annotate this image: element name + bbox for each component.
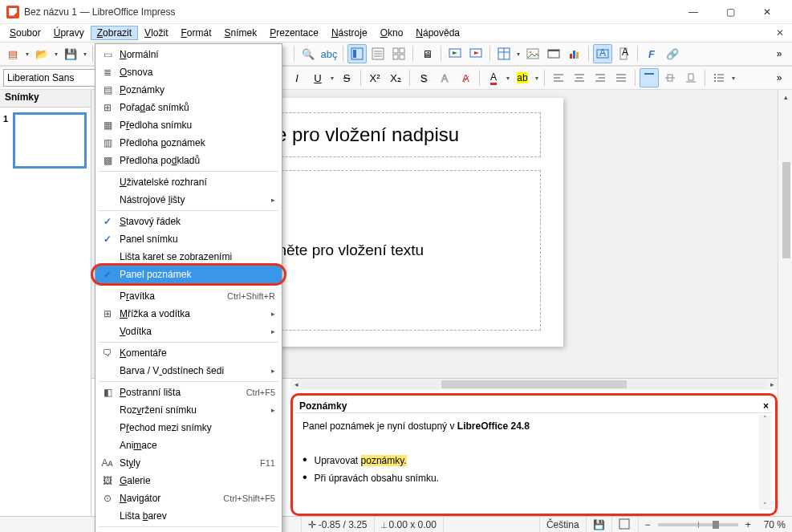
menu-prezentace[interactable]: Prezentace: [263, 26, 325, 40]
scroll-right-icon[interactable]: ▸: [766, 380, 778, 388]
menu-item[interactable]: Vodítka▸: [95, 323, 282, 340]
menu-item[interactable]: Lišta barev: [95, 507, 282, 525]
valign-top-button[interactable]: [640, 68, 659, 87]
open-button[interactable]: 📂: [32, 44, 51, 63]
align-right-button[interactable]: [591, 68, 610, 87]
menu-item[interactable]: Přechod mezi snímky: [95, 419, 282, 437]
horizontal-scrollbar[interactable]: ◂ ▸: [290, 379, 778, 390]
insert-image-button[interactable]: [523, 44, 542, 63]
menu-item[interactable]: ⊞Mřížka a vodítka▸: [95, 305, 282, 323]
notes-close-button[interactable]: ×: [763, 400, 769, 412]
menu-item[interactable]: ✥Posun: [95, 529, 282, 532]
insert-hyperlink-button[interactable]: 🔗: [663, 44, 682, 63]
valign-bot-button[interactable]: [681, 68, 701, 87]
save-button[interactable]: 💾: [61, 44, 80, 63]
new-dropdown[interactable]: ▾: [24, 51, 30, 58]
scroll-down-icon[interactable]: ˅: [763, 502, 767, 510]
menu-zobrazit[interactable]: Zobrazit: [91, 26, 138, 40]
zoom-slider[interactable]: [658, 523, 738, 526]
minimize-button[interactable]: —: [675, 0, 712, 24]
italic-button[interactable]: I: [287, 68, 307, 87]
menu-item[interactable]: 🖼Galerie: [95, 472, 282, 489]
notes-scrollbar[interactable]: ˄ ˅: [759, 415, 771, 510]
align-left-button[interactable]: [549, 68, 568, 87]
close-button[interactable]: ✕: [749, 0, 786, 24]
document-close-button[interactable]: ✕: [771, 27, 789, 39]
toolbar-overflow[interactable]: »: [770, 44, 789, 63]
maximize-button[interactable]: ▢: [712, 0, 749, 24]
align-center-button[interactable]: [570, 68, 589, 87]
menu-item[interactable]: ⊞Pořadač snímků: [95, 99, 282, 116]
menu-snimek[interactable]: Snímek: [218, 26, 264, 40]
shadow-button[interactable]: S: [414, 68, 433, 87]
menu-vlozit[interactable]: Vložit: [138, 26, 174, 40]
menu-item[interactable]: AᴀStylyF11: [95, 454, 282, 472]
insert-textbox-button[interactable]: A: [593, 44, 612, 63]
menu-item[interactable]: ▥Předloha poznámek: [95, 134, 282, 152]
toolbar2-overflow[interactable]: »: [770, 68, 789, 87]
superscript-button[interactable]: X²: [365, 68, 384, 87]
view-normal-button[interactable]: [347, 44, 367, 63]
menu-format[interactable]: Formát: [174, 26, 217, 40]
menu-item[interactable]: ◧Postranní lištaCtrl+F5: [95, 384, 282, 401]
insert-av-button[interactable]: [544, 44, 563, 63]
menu-item[interactable]: PravítkaCtrl+Shift+R: [95, 287, 282, 305]
menu-item[interactable]: Barva / V odstínech šedi▸: [95, 362, 282, 380]
menu-item[interactable]: Lišta karet se zobrazeními: [95, 248, 282, 266]
insert-chart-button[interactable]: [565, 44, 584, 63]
menu-item[interactable]: Uživatelské rozhraní: [95, 173, 282, 191]
zoom-in-button[interactable]: +: [745, 519, 751, 530]
menu-item[interactable]: ▭Normální: [95, 46, 282, 63]
scroll-left-icon[interactable]: ◂: [290, 380, 302, 388]
status-zoom-value[interactable]: 70 %: [757, 517, 792, 532]
font-color-button[interactable]: A: [484, 68, 503, 87]
strike-button[interactable]: S: [337, 68, 356, 87]
find-button[interactable]: 🔍: [299, 44, 318, 63]
view-outline-button[interactable]: [368, 44, 388, 63]
scroll-up-icon[interactable]: ▴: [778, 90, 792, 104]
vertical-scrollbar[interactable]: ▴: [778, 90, 792, 516]
menu-item[interactable]: Panel snímku: [95, 230, 282, 248]
new-button[interactable]: ▤: [3, 44, 22, 63]
highlight-button[interactable]: ab: [513, 68, 532, 87]
menu-item[interactable]: Rozvržení snímku▸: [95, 401, 282, 419]
insert-vtext-button[interactable]: A: [614, 44, 633, 63]
menu-item[interactable]: ▤Poznámky: [95, 81, 282, 99]
menu-item[interactable]: Stavový řádek: [95, 213, 282, 230]
display-views-button[interactable]: 🖥: [417, 44, 437, 63]
menu-item[interactable]: ⊙NavigátorCtrl+Shift+F5: [95, 489, 282, 507]
status-language[interactable]: Čeština: [540, 517, 587, 532]
subscript-button[interactable]: X₂: [386, 68, 405, 87]
start-first-button[interactable]: [445, 44, 465, 63]
insert-fontwork-button[interactable]: F: [642, 44, 661, 63]
scroll-up-icon[interactable]: ˄: [763, 415, 767, 423]
menu-item[interactable]: ≣Osnova: [95, 63, 282, 81]
menu-item[interactable]: ▦Předloha snímku: [95, 116, 282, 134]
notes-body[interactable]: Panel poznámek je nyní dostupný v LibreO…: [296, 413, 772, 489]
bullets-button[interactable]: [709, 68, 729, 87]
contour-button[interactable]: A: [435, 68, 454, 87]
vscroll-thumb[interactable]: [782, 162, 790, 258]
align-justify-button[interactable]: [611, 68, 631, 87]
start-current-button[interactable]: [466, 44, 485, 63]
zoom-out-button[interactable]: −: [645, 519, 651, 530]
status-zoom-fit[interactable]: [612, 517, 639, 532]
menu-item[interactable]: ▩Předloha podkladů: [95, 152, 282, 169]
open-dropdown[interactable]: ▾: [53, 51, 59, 58]
clear-button[interactable]: A̷: [456, 68, 475, 87]
slide-thumbnail[interactable]: [14, 114, 85, 167]
menu-nastroje[interactable]: Nástroje: [325, 26, 374, 40]
menu-soubor[interactable]: Soubor: [3, 26, 47, 40]
insert-table-button[interactable]: [494, 44, 514, 63]
hscroll-thumb[interactable]: [441, 380, 628, 388]
valign-mid-button[interactable]: [660, 68, 680, 87]
menu-napoveda[interactable]: Nápověda: [409, 26, 466, 40]
underline-button[interactable]: U: [308, 68, 327, 87]
view-sorter-button[interactable]: [389, 44, 408, 63]
spellcheck-button[interactable]: abç: [319, 44, 339, 63]
menu-item[interactable]: 🗨Komentáře: [95, 344, 282, 362]
menu-item[interactable]: Panel poznámek: [95, 266, 282, 283]
menu-item[interactable]: Nástrojové lišty▸: [95, 191, 282, 209]
menu-upravy[interactable]: Úpravy: [47, 26, 91, 40]
menu-item[interactable]: Animace: [95, 437, 282, 454]
